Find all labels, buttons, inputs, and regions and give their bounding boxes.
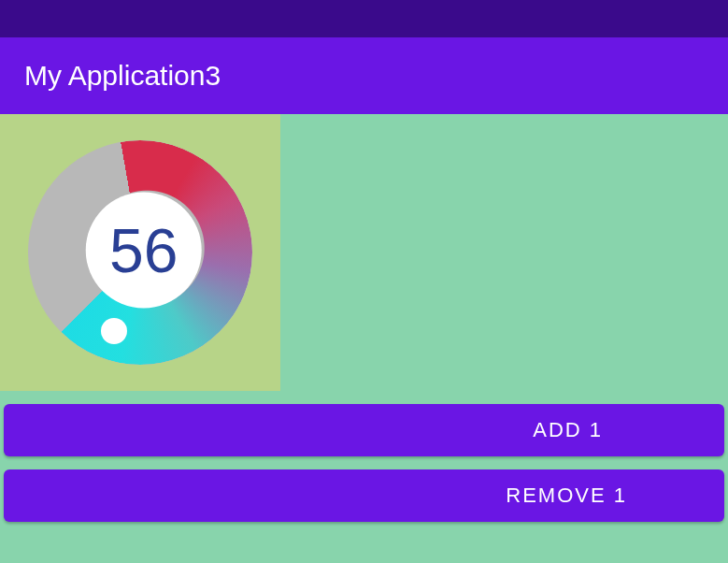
remove-button-label: REMOVE 1 [506,484,627,508]
add-button[interactable]: ADD 1 [4,404,724,456]
gauge-center: 56 [86,193,202,309]
circular-gauge[interactable]: 56 [28,140,252,365]
remove-button[interactable]: REMOVE 1 [4,469,724,522]
main-content: 56 ADD 1 REMOVE 1 [0,114,728,563]
status-bar [0,0,728,37]
app-bar: My Application3 [0,37,728,114]
app-title: My Application3 [24,60,221,92]
add-button-label: ADD 1 [533,418,603,442]
gauge-value: 56 [109,220,178,282]
gauge-panel: 56 [0,114,280,391]
gauge-knob-icon[interactable] [101,318,127,344]
